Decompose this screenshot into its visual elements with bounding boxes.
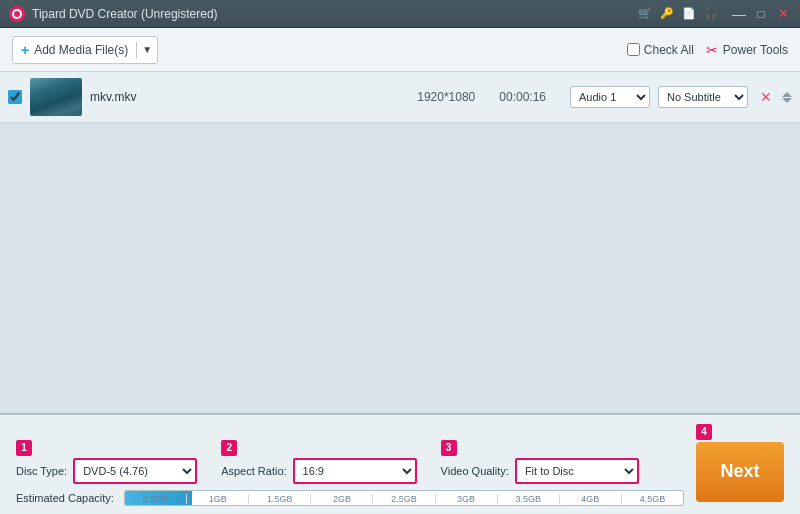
video-quality-label: Video Quality:: [441, 465, 509, 477]
capacity-markers: 0.5GB 1GB 1.5GB 2GB 2.5GB 3GB 3.5GB 4GB …: [125, 491, 683, 505]
marker-3gb: 3GB: [435, 494, 497, 504]
video-quality-anno-row: 3: [441, 440, 459, 456]
disc-type-select-wrapper: DVD-5 (4.76) DVD-9 (8.54): [73, 458, 197, 484]
video-quality-setting: Video Quality: Fit to Disc High Medium L…: [441, 458, 639, 484]
check-all-text: Check All: [644, 43, 694, 57]
aspect-ratio-group: 2 Aspect Ratio: 16:9 4:3: [221, 440, 416, 484]
toolbar: + Add Media File(s) ▼ Check All ✂ Power …: [0, 28, 800, 72]
disc-type-label: Disc Type:: [16, 465, 67, 477]
file-resolution: 1920*1080: [417, 90, 475, 104]
video-quality-group: 3 Video Quality: Fit to Disc High Medium…: [441, 440, 639, 484]
video-quality-select-wrapper: Fit to Disc High Medium Low: [515, 458, 639, 484]
marker-1.5gb: 1.5GB: [248, 494, 310, 504]
reorder-controls[interactable]: [782, 92, 792, 103]
annotation-2: 2: [221, 440, 237, 456]
add-media-dropdown-arrow[interactable]: ▼: [137, 44, 157, 55]
title-controls: 🛒 🔑 📄 🎧 — □ ✕: [636, 5, 792, 23]
subtitle-select[interactable]: No Subtitle: [658, 86, 748, 108]
toolbar-right: Check All ✂ Power Tools: [627, 42, 788, 58]
svg-point-2: [14, 11, 20, 17]
marker-2gb: 2GB: [310, 494, 372, 504]
annotation-4: 4: [696, 424, 712, 440]
aspect-ratio-anno-row: 2: [221, 440, 239, 456]
file-row: mkv.mkv 1920*1080 00:00:16 Audio 1 No Su…: [0, 72, 800, 123]
file-list-area: mkv.mkv 1920*1080 00:00:16 Audio 1 No Su…: [0, 72, 800, 414]
check-all-label[interactable]: Check All: [627, 43, 694, 57]
title-bar: Tipard DVD Creator (Unregistered) 🛒 🔑 📄 …: [0, 0, 800, 28]
video-quality-select[interactable]: Fit to Disc High Medium Low: [517, 460, 637, 482]
aspect-ratio-label: Aspect Ratio:: [221, 465, 286, 477]
power-tools-label: Power Tools: [723, 43, 788, 57]
key-icon[interactable]: 🔑: [658, 5, 676, 23]
bottom-panel: 1 Disc Type: DVD-5 (4.76) DVD-9 (8.54): [0, 414, 800, 514]
doc-icon[interactable]: 📄: [680, 5, 698, 23]
marker-4.5gb: 4.5GB: [621, 494, 683, 504]
add-media-button[interactable]: + Add Media File(s) ▼: [12, 36, 158, 64]
marker-4gb: 4GB: [559, 494, 621, 504]
capacity-label: Estimated Capacity:: [16, 492, 116, 504]
capacity-row: Estimated Capacity: 0.5GB 1GB 1.5GB 2GB …: [16, 490, 684, 506]
disc-type-anno-row: 1: [16, 440, 34, 456]
disc-type-select[interactable]: DVD-5 (4.76) DVD-9 (8.54): [75, 460, 195, 482]
marker-3.5gb: 3.5GB: [497, 494, 559, 504]
disc-type-group: 1 Disc Type: DVD-5 (4.76) DVD-9 (8.54): [16, 440, 197, 484]
next-button[interactable]: Next: [696, 442, 784, 502]
file-checkbox[interactable]: [8, 90, 22, 104]
move-down-icon[interactable]: [782, 98, 792, 103]
check-all-checkbox[interactable]: [627, 43, 640, 56]
bottom-main: 1 Disc Type: DVD-5 (4.76) DVD-9 (8.54): [16, 424, 784, 506]
close-button[interactable]: ✕: [774, 5, 792, 23]
annotation-1: 1: [16, 440, 32, 456]
aspect-ratio-select-wrapper: 16:9 4:3: [293, 458, 417, 484]
capacity-bar: 0.5GB 1GB 1.5GB 2GB 2.5GB 3GB 3.5GB 4GB …: [124, 490, 684, 506]
app-title: Tipard DVD Creator (Unregistered): [32, 7, 636, 21]
file-thumbnail: [30, 78, 82, 116]
remove-file-button[interactable]: ✕: [760, 89, 772, 105]
move-up-icon[interactable]: [782, 92, 792, 97]
settings-capacity: 1 Disc Type: DVD-5 (4.76) DVD-9 (8.54): [16, 440, 684, 506]
add-icon: +: [21, 42, 29, 58]
add-media-main[interactable]: + Add Media File(s): [13, 42, 137, 58]
aspect-ratio-select[interactable]: 16:9 4:3: [295, 460, 415, 482]
app-logo: [8, 5, 26, 23]
shop-icon[interactable]: 🛒: [636, 5, 654, 23]
disc-type-setting: Disc Type: DVD-5 (4.76) DVD-9 (8.54): [16, 458, 197, 484]
marker-0.5gb: 0.5GB: [125, 494, 186, 504]
settings-row: 1 Disc Type: DVD-5 (4.76) DVD-9 (8.54): [16, 440, 684, 484]
add-media-label: Add Media File(s): [34, 43, 128, 57]
file-duration: 00:00:16: [499, 90, 546, 104]
marker-1gb: 1GB: [186, 494, 248, 504]
next-button-group: 4 Next: [696, 424, 784, 506]
headset-icon[interactable]: 🎧: [702, 5, 720, 23]
power-tools-button[interactable]: ✂ Power Tools: [706, 42, 788, 58]
maximize-button[interactable]: □: [752, 5, 770, 23]
marker-2.5gb: 2.5GB: [372, 494, 434, 504]
scissors-icon: ✂: [706, 42, 718, 58]
audio-track-select[interactable]: Audio 1: [570, 86, 650, 108]
aspect-ratio-setting: Aspect Ratio: 16:9 4:3: [221, 458, 416, 484]
annotation-3: 3: [441, 440, 457, 456]
file-name: mkv.mkv: [90, 90, 409, 104]
minimize-button[interactable]: —: [730, 5, 748, 23]
